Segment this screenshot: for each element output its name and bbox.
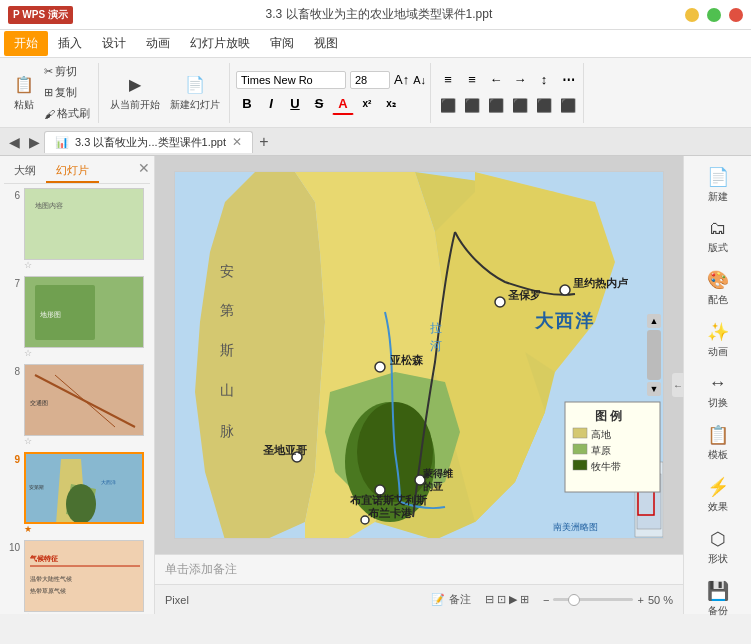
svg-text:的亚: 的亚	[423, 481, 444, 492]
font-name-input[interactable]	[236, 71, 346, 89]
indent-increase-button[interactable]: →	[509, 69, 531, 91]
template-tool[interactable]: 📋 模板	[688, 418, 748, 468]
slide-img-8[interactable]: 交通图	[24, 364, 144, 436]
zoom-out-button[interactable]: −	[543, 594, 549, 606]
svg-text:地图内容: 地图内容	[34, 202, 63, 209]
menu-animation[interactable]: 动画	[136, 31, 180, 56]
svg-text:蒙得维: 蒙得维	[423, 468, 454, 479]
font-decrease-icon[interactable]: A↓	[413, 74, 426, 86]
tab-next-button[interactable]: ▶	[24, 132, 44, 152]
minimize-button[interactable]	[685, 8, 699, 22]
col-layout-button[interactable]: ⬛	[533, 95, 555, 117]
add-tab-button[interactable]: +	[253, 131, 275, 153]
paste-label: 粘贴	[14, 98, 34, 112]
view-grid-button[interactable]: ⊞	[520, 593, 529, 606]
font-color-button[interactable]: A	[332, 93, 354, 115]
panel-close-button[interactable]: ✕	[138, 160, 150, 183]
menu-view[interactable]: 视图	[304, 31, 348, 56]
scroll-down-button[interactable]: ▼	[647, 382, 661, 396]
zoom-in-button[interactable]: +	[637, 594, 643, 606]
slide-img-10[interactable]: 气候特征 温带大陆性气候 热带草原气候	[24, 540, 144, 612]
svg-rect-40	[573, 460, 587, 470]
close-tab-button[interactable]: ✕	[232, 135, 242, 149]
list-number-button[interactable]: ≡	[461, 69, 483, 91]
shape-tool[interactable]: ⬡ 形状	[688, 522, 748, 572]
line-spacing-button[interactable]: ↕	[533, 69, 555, 91]
new-tool[interactable]: 📄 新建	[688, 160, 748, 210]
menu-insert[interactable]: 插入	[48, 31, 92, 56]
strikethrough-button[interactable]: S	[308, 93, 330, 115]
font-size-input[interactable]	[350, 71, 390, 89]
new-slide-label: 新建幻灯片	[170, 98, 220, 112]
menu-start[interactable]: 开始	[4, 31, 48, 56]
paste-button[interactable]: 📋 粘贴	[8, 71, 40, 115]
align-left-button[interactable]: ⬛	[437, 95, 459, 117]
backup-tool[interactable]: 💾 备份	[688, 574, 748, 624]
panel-collapse-button[interactable]: ←	[672, 373, 684, 397]
notes-icon[interactable]: 📝	[431, 593, 445, 606]
file-tab[interactable]: 📊 3.3 以畜牧业为...类型课件1.ppt ✕	[44, 131, 253, 153]
bold-button[interactable]: B	[236, 93, 258, 115]
maximize-button[interactable]	[707, 8, 721, 22]
layout-tool[interactable]: 🗂 版式	[688, 212, 748, 261]
font-increase-icon[interactable]: A↑	[394, 72, 409, 87]
slide-frame: 图 例 高地 草原 牧牛带 大西洋 安 第 斯 山	[174, 171, 664, 539]
menu-design[interactable]: 设计	[92, 31, 136, 56]
slide-img-6[interactable]: 地图内容	[24, 188, 144, 260]
slide-img-7[interactable]: 地形图	[24, 276, 144, 348]
outline-tab[interactable]: 大纲	[4, 160, 46, 183]
text-direction-button[interactable]: ⬛	[557, 95, 579, 117]
superscript-button[interactable]: x²	[356, 93, 378, 115]
menu-bar: 开始 插入 设计 动画 幻灯片放映 审阅 视图	[0, 30, 751, 58]
menu-review[interactable]: 审阅	[260, 31, 304, 56]
slide-thumb-8: 8 交通图 ☆	[4, 364, 150, 446]
italic-button[interactable]: I	[260, 93, 282, 115]
align-justify-button[interactable]: ⬛	[509, 95, 531, 117]
tab-prev-button[interactable]: ◀	[4, 132, 24, 152]
view-slideshow-button[interactable]: ▶	[509, 593, 517, 606]
svg-text:拉: 拉	[430, 321, 442, 335]
cut-label: 剪切	[55, 64, 77, 79]
animation-tool[interactable]: ✨ 动画	[688, 315, 748, 365]
zoom-slider[interactable]	[553, 598, 633, 601]
main-area: 大纲 幻灯片 ✕ 6 地图内容 ☆ 7	[0, 156, 751, 614]
animation-icon: ✨	[707, 321, 729, 343]
paste-section: 📋 粘贴 ✂ 剪切 ⊞ 复制 🖌 格式刷	[4, 63, 99, 123]
template-label: 模板	[708, 448, 728, 462]
view-normal-button[interactable]: ⊟	[485, 593, 494, 606]
file-title: 3.3 以畜牧业为主的农业地域类型课件1.ppt	[266, 7, 493, 21]
notes-bar[interactable]: 单击添加备注	[155, 554, 683, 584]
menu-slideshow[interactable]: 幻灯片放映	[180, 31, 260, 56]
cut-icon: ✂	[44, 65, 53, 78]
slide-img-9[interactable]: 安第斯 大西洋	[24, 452, 144, 524]
underline-button[interactable]: U	[284, 93, 306, 115]
main-slide-svg: 图 例 高地 草原 牧牛带 大西洋 安 第 斯 山	[175, 172, 664, 539]
indent-decrease-button[interactable]: ←	[485, 69, 507, 91]
slide-scroll: ▲ ▼	[647, 314, 661, 396]
title-bar: P WPS 演示 3.3 以畜牧业为主的农业地域类型课件1.ppt	[0, 0, 751, 30]
new-slide-button[interactable]: 📄 新建幻灯片	[165, 71, 225, 115]
copy-button[interactable]: ⊞ 复制	[40, 83, 94, 102]
svg-text:大西洋: 大西洋	[101, 479, 116, 485]
slide-thumb-9: 9 安第斯 大西洋 ★	[4, 452, 150, 534]
wps-logo[interactable]: P WPS 演示	[8, 6, 73, 24]
slides-tab[interactable]: 幻灯片	[46, 160, 99, 183]
effect-tool[interactable]: ⚡ 效果	[688, 470, 748, 520]
list-bullet-button[interactable]: ≡	[437, 69, 459, 91]
scroll-up-button[interactable]: ▲	[647, 314, 661, 328]
new-slide-icon: 📄	[184, 74, 206, 96]
scroll-thumb	[647, 330, 661, 380]
subscript-button[interactable]: x₂	[380, 93, 402, 115]
more-para-button[interactable]: ⋯	[557, 69, 579, 91]
svg-text:高地: 高地	[591, 429, 611, 440]
slide-num-6: 6	[4, 188, 20, 201]
color-tool[interactable]: 🎨 配色	[688, 263, 748, 313]
close-button[interactable]	[729, 8, 743, 22]
cut-button[interactable]: ✂ 剪切	[40, 62, 94, 81]
transition-tool[interactable]: ↔ 切换	[688, 367, 748, 416]
format-button[interactable]: 🖌 格式刷	[40, 104, 94, 123]
align-right-button[interactable]: ⬛	[485, 95, 507, 117]
align-center-button[interactable]: ⬛	[461, 95, 483, 117]
view-reading-button[interactable]: ⊡	[497, 593, 506, 606]
start-from-button[interactable]: ▶ 从当前开始	[105, 71, 165, 115]
